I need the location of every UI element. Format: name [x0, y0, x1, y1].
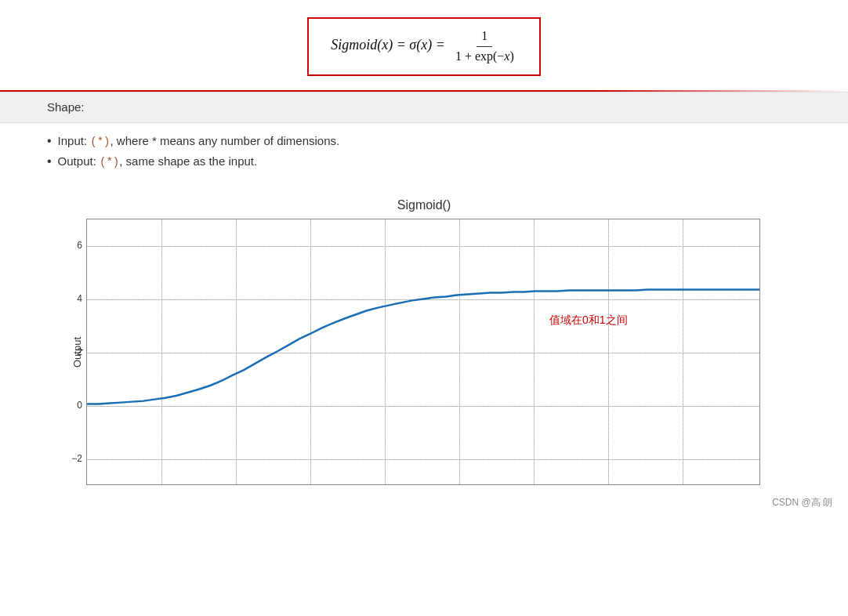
annotation-text: 值域在0和1之间: [549, 313, 628, 328]
formula-text: Sigmoid(x) = σ(x) =: [331, 37, 452, 53]
input-code: (*): [90, 136, 110, 148]
page-wrapper: Sigmoid(x) = σ(x) = 1 1 + exp(−x) Shape:…: [0, 0, 848, 513]
output-label: Output:: [58, 154, 100, 168]
shape-section-header: Shape:: [0, 92, 848, 123]
shape-details: Input: (*) , where * means any number of…: [0, 123, 848, 183]
formula-numerator: 1: [477, 28, 492, 47]
chart-area: 值域在0和1之间: [86, 219, 760, 485]
chart-section: Sigmoid() Output 6 4 2 0: [0, 183, 848, 493]
shape-list: Input: (*) , where * means any number of…: [47, 134, 801, 168]
y-label-2: 2: [77, 346, 82, 357]
sigmoid-curve-svg: [87, 219, 759, 484]
output-rest: , same shape as the input.: [119, 154, 257, 168]
input-rest: , where * means any number of dimensions…: [111, 134, 340, 147]
formula-box: Sigmoid(x) = σ(x) = 1 1 + exp(−x): [307, 17, 541, 76]
y-label-neg2: −2: [71, 453, 82, 464]
chart-inner: Output 6 4 2 0 −2: [71, 219, 777, 485]
watermark-text: CSDN @高 朗: [772, 497, 832, 508]
formula-section: Sigmoid(x) = σ(x) = 1 1 + exp(−x): [0, 0, 848, 90]
input-label: Input:: [58, 134, 91, 147]
list-item-output: Output: (*) , same shape as the input.: [47, 154, 801, 168]
y-label-4: 4: [77, 293, 82, 304]
output-code: (*): [100, 156, 119, 168]
formula-denominator: 1 + exp(−x): [455, 47, 514, 65]
chart-title: Sigmoid(): [71, 198, 777, 212]
y-axis-labels: 6 4 2 0 −2: [56, 219, 84, 485]
shape-title: Shape:: [47, 100, 85, 114]
list-item-input: Input: (*) , where * means any number of…: [47, 134, 801, 148]
y-label-0: 0: [77, 400, 82, 411]
formula-fraction: 1 1 + exp(−x): [455, 28, 514, 65]
y-label-6: 6: [77, 240, 82, 251]
watermark: CSDN @高 朗: [0, 493, 848, 513]
chart-with-ylabels: 6 4 2 0 −2: [86, 219, 760, 485]
chart-container: Sigmoid() Output 6 4 2 0: [71, 198, 777, 485]
sigmoid-curve: [87, 289, 759, 404]
